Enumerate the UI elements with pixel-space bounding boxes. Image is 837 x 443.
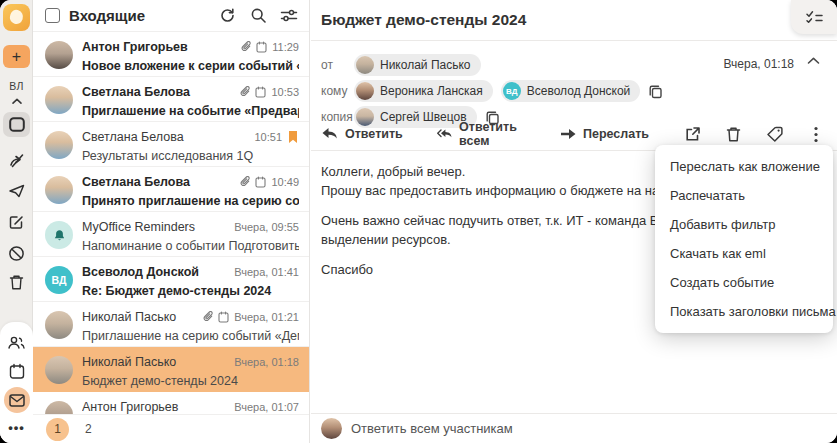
sidebar-item-inbox[interactable]	[3, 112, 30, 137]
to-label: кому	[321, 84, 354, 98]
event-icon	[218, 311, 229, 323]
email-list-item[interactable]: MyOffice RemindersВчера, 09:55Напоминани…	[33, 212, 309, 257]
reply-all-icon	[437, 127, 452, 141]
event-icon	[255, 86, 266, 98]
open-in-new-icon	[684, 126, 701, 143]
sidebar-item-sent[interactable]	[0, 180, 33, 202]
more-apps-button[interactable]: •••	[0, 420, 33, 434]
new-item-button[interactable]: +	[3, 45, 30, 68]
email-list-item[interactable]: Светлана Белова10:51Результаты исследова…	[33, 122, 309, 167]
chevron-up-icon[interactable]	[0, 95, 33, 107]
email-list-item[interactable]: Николай ПаськоВчера, 01:21Приглашение на…	[33, 302, 309, 347]
to-row: кому Вероника ЛанскаяВДВсеволод Донской	[321, 80, 665, 102]
filter-button[interactable]	[279, 6, 299, 26]
email-time: Вчера, 01:07	[234, 401, 299, 413]
menu-item[interactable]: Создать событие	[655, 268, 833, 297]
mail-list-panel: Входящие Антон Григорьев11:29Новое вложе…	[33, 0, 310, 443]
menu-item[interactable]: Переслать как вложение	[655, 152, 833, 181]
open-in-new-button[interactable]	[683, 125, 702, 144]
quick-reply-bar[interactable]: Ответить всем участникам	[311, 413, 837, 443]
sidebar-item-trash[interactable]	[0, 271, 33, 293]
paperclip-icon	[240, 176, 251, 188]
email-list-item[interactable]: ВДВсеволод ДонскойВчера, 01:41Re: Бюджет…	[33, 257, 309, 302]
mail-icon	[9, 394, 25, 407]
email-time: Вчера, 01:21	[234, 311, 299, 323]
menu-item[interactable]: Показать заголовки письма	[655, 297, 833, 326]
delete-button[interactable]	[724, 125, 743, 144]
recipient-name: Вероника Ланская	[380, 84, 483, 98]
search-button[interactable]	[248, 6, 268, 26]
left-rail: + ВЛ •••	[0, 0, 33, 443]
sidebar-item-redirect[interactable]	[0, 149, 33, 171]
message-context-menu: Переслать как вложениеРаспечататьДобавит…	[655, 145, 833, 333]
email-sender: MyOffice Reminders	[82, 220, 223, 234]
menu-item[interactable]: Добавить фильтр	[655, 210, 833, 239]
sidebar-item-calendar[interactable]	[0, 360, 33, 382]
email-subject: Приглашение на серию событий «Демо стен…	[82, 329, 299, 343]
email-list-item[interactable]: Антон Григорьев11:29Новое вложение к сер…	[33, 32, 309, 77]
email-sender: Николай Пасько	[82, 355, 223, 369]
paper-plane-icon	[8, 183, 26, 199]
recipient-chip[interactable]: Николай Пасько	[354, 54, 481, 76]
email-time: 10:53	[271, 86, 299, 98]
more-actions-button[interactable]	[806, 125, 825, 144]
email-list-item[interactable]: Светлана Белова10:53Приглашение на событ…	[33, 77, 309, 122]
app-window: + ВЛ •••	[0, 0, 837, 443]
inbox-icon	[9, 117, 25, 132]
email-list-item[interactable]: Светлана Белова10:49Принято приглашение …	[33, 167, 309, 212]
sidebar-item-drafts[interactable]	[0, 211, 33, 233]
email-subject: Новое вложение к серии событий «Аналити…	[82, 59, 299, 73]
app-logo-icon[interactable]	[3, 4, 30, 31]
search-icon	[250, 7, 267, 24]
page-2-button[interactable]: 2	[85, 422, 92, 436]
kebab-icon	[814, 126, 818, 143]
tasks-widget-button[interactable]	[791, 0, 837, 34]
email-time: Вчера, 09:55	[234, 221, 299, 233]
email-rows: Антон Григорьев11:29Новое вложение к сер…	[33, 32, 309, 443]
tag-button[interactable]	[765, 125, 784, 144]
email-sender: Антон Григорьев	[82, 400, 223, 414]
contacts-icon	[7, 335, 26, 350]
sidebar-item-mail-active[interactable]	[4, 387, 30, 413]
copy-recipients-button[interactable]	[648, 83, 665, 100]
email-sender: Всеволод Донской	[82, 265, 223, 279]
email-meta-icons	[241, 41, 267, 53]
recipient-chip[interactable]: ВДВсеволод Донской	[501, 80, 641, 102]
email-time: Вчера, 01:18	[234, 356, 299, 368]
event-icon	[255, 176, 266, 188]
email-subject: Результаты исследования 1Q	[82, 149, 299, 163]
email-subject: Принято приглашение на серию событий «…	[82, 194, 299, 208]
select-all-checkbox[interactable]	[45, 8, 60, 23]
list-header: Входящие	[33, 0, 309, 32]
redirect-icon	[8, 152, 26, 169]
paperclip-icon	[241, 41, 252, 53]
recipient-name: Всеволод Донской	[527, 84, 631, 98]
email-meta-icons	[240, 176, 266, 188]
calendar-icon	[9, 363, 25, 380]
avatar	[45, 176, 73, 204]
collapse-header-button[interactable]	[807, 56, 823, 72]
email-sender: Светлана Белова	[82, 130, 243, 144]
paperclip-icon	[240, 86, 251, 98]
menu-item[interactable]: Скачать как eml	[655, 239, 833, 268]
refresh-button[interactable]	[217, 6, 237, 26]
reply-button[interactable]: Ответить	[321, 127, 403, 141]
user-initials[interactable]: ВЛ	[0, 79, 33, 93]
email-subject: Бюджет демо-стенды 2024	[82, 374, 299, 388]
block-icon	[8, 245, 25, 262]
trash-icon	[726, 126, 741, 143]
bookmark-flag-icon	[287, 130, 299, 144]
menu-item[interactable]: Распечатать	[655, 181, 833, 210]
sidebar-item-spam[interactable]	[0, 242, 33, 264]
copy-icon	[648, 84, 663, 99]
recipient-chip[interactable]: Вероника Ланская	[354, 80, 493, 102]
page-1-button[interactable]: 1	[46, 418, 69, 441]
email-list-item[interactable]: Николай ПаськоВчера, 01:18Бюджет демо-ст…	[33, 347, 309, 392]
folder-title: Входящие	[69, 7, 206, 24]
forward-button[interactable]: Переслать	[560, 127, 649, 141]
from-label: от	[321, 58, 354, 72]
reminders-avatar	[45, 221, 73, 249]
sidebar-item-contacts[interactable]	[0, 331, 33, 353]
compose-icon	[8, 214, 25, 231]
reply-all-button[interactable]: Ответить всем	[437, 120, 526, 148]
